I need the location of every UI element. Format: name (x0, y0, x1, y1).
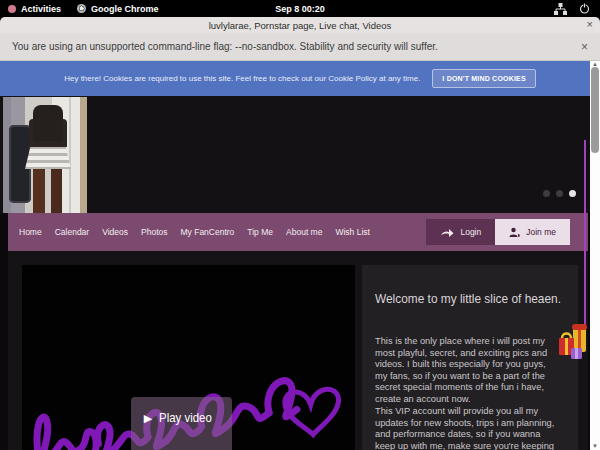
nav-item-calendar[interactable]: Calendar (55, 227, 90, 237)
chrome-taskbar-item[interactable]: Google Chrome (69, 0, 167, 17)
hero-carousel (0, 96, 592, 213)
network-icon (554, 3, 567, 15)
play-icon: ▶ (144, 410, 152, 450)
join-label: Join me (526, 227, 556, 237)
window-close-icon[interactable]: × (587, 18, 593, 30)
window-title-bar: luvlylarae, Pornstar page, Live chat, Vi… (0, 17, 600, 33)
chrome-taskbar-label: Google Chrome (91, 4, 159, 14)
activities-button[interactable]: Activities (0, 0, 69, 17)
system-tray[interactable] (554, 0, 596, 17)
site-nav: Home Calendar Videos Photos My FanCentro… (8, 213, 588, 251)
gift-widget-icon[interactable] (558, 320, 591, 367)
chrome-icon (77, 4, 86, 13)
scrollbar: ▲ ▼ (590, 61, 600, 450)
welcome-paragraph-1: This is the only place where i will post… (375, 336, 559, 406)
infobar-message: You are using an unsupported command-lin… (0, 41, 438, 52)
nav-item-myfancentro[interactable]: My FanCentro (181, 227, 235, 237)
hero-photo-figure-legs (33, 167, 65, 213)
carousel-dots (543, 190, 576, 197)
video-player: ▶ Play video (22, 265, 355, 450)
nav-item-home[interactable]: Home (19, 227, 42, 237)
nav-item-wishlist[interactable]: Wish List (335, 227, 369, 237)
activities-label: Activities (21, 4, 61, 14)
scrollbar-thumb[interactable] (591, 67, 599, 153)
nav-item-photos[interactable]: Photos (141, 227, 167, 237)
hero-photo-door-edge (69, 97, 71, 213)
nav-item-aboutme[interactable]: About me (286, 227, 322, 237)
power-icon (579, 3, 590, 14)
nav-links: Home Calendar Videos Photos My FanCentro… (8, 227, 370, 237)
activities-dot-icon (8, 5, 16, 13)
play-video-label: Play video (159, 410, 212, 450)
hero-photo-figure-torso (33, 105, 63, 141)
infobar-close-icon[interactable]: × (581, 40, 588, 54)
chrome-infobar: You are using an unsupported command-lin… (0, 33, 600, 61)
carousel-dot-3-active[interactable] (569, 190, 576, 197)
hero-photo (3, 97, 87, 213)
gnome-top-bar: Activities Google Chrome Sep 8 00:20 (0, 0, 600, 17)
login-button[interactable]: Login (426, 219, 495, 245)
desktop-screen: Activities Google Chrome Sep 8 00:20 luv… (0, 0, 600, 450)
carousel-dot-2[interactable] (556, 190, 563, 197)
cookie-message: Hey there! Cookies are required to use t… (64, 74, 420, 83)
window-title: luvlylarae, Pornstar page, Live chat, Vi… (209, 20, 392, 31)
nav-item-tipme[interactable]: Tip Me (247, 227, 273, 237)
play-video-button[interactable]: ▶ Play video (131, 397, 232, 450)
welcome-heading: Welcome to my little slice of heaen. (375, 291, 561, 306)
join-button[interactable]: Join me (495, 219, 570, 245)
join-person-icon (509, 227, 520, 238)
welcome-panel: Welcome to my little slice of heaen. Thi… (362, 265, 578, 450)
cookie-accept-button[interactable]: I DON'T MIND COOKIES (432, 69, 535, 88)
welcome-paragraph-2: This VIP account will provide you all my… (375, 406, 559, 450)
gift-widget-edge (584, 140, 586, 325)
clock[interactable]: Sep 8 00:20 (275, 4, 325, 14)
carousel-dot-1[interactable] (543, 190, 550, 197)
cookie-banner: Hey there! Cookies are required to use t… (0, 61, 600, 96)
nav-item-videos[interactable]: Videos (102, 227, 128, 237)
nav-buttons: Login Join me (426, 219, 570, 245)
login-label: Login (460, 227, 481, 237)
scrollbar-down-icon[interactable]: ▼ (590, 443, 600, 449)
login-arrow-icon (440, 227, 454, 238)
